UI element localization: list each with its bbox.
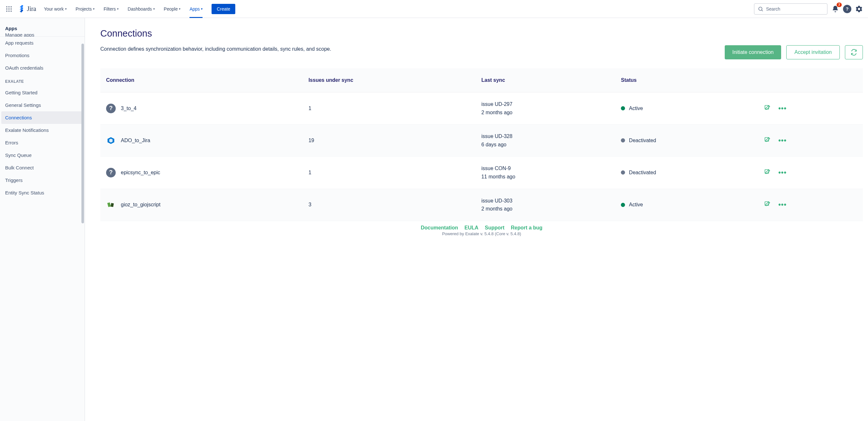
connection-name: gioz_to_giojscript [121,202,161,207]
sidebar-item-getting-started[interactable]: Getting Started [0,86,85,99]
create-button[interactable]: Create [212,4,235,14]
svg-point-7 [8,10,9,11]
footer-support[interactable]: Support [485,225,504,230]
more-button[interactable]: ••• [778,168,786,177]
last-sync-cell: issue UD-2972 months ago [482,100,610,116]
settings-button[interactable] [854,4,864,14]
jira-logo[interactable]: Jira [16,5,39,13]
issues-count: 19 [303,124,475,157]
page-actions: Initiate connection Accept invitation [725,45,863,59]
table-row: ADO_to_Jira 19 issue UD-3286 days ago De… [100,124,863,157]
col-last-sync: Last sync [476,68,615,92]
footer-version: Powered by Exalate v. 5.4.8 (Core v. 5.4… [100,231,863,237]
more-button[interactable]: ••• [778,104,786,113]
sidebar-item-oauth[interactable]: OAuth credentials [0,62,85,74]
gear-icon [855,5,863,13]
status-cell: Deactivated [621,138,753,143]
connection-cell: ?epicsync_to_epic [106,168,297,177]
nav-people[interactable]: People▾ [160,0,185,18]
sidebar-item-sync-queue[interactable]: Sync Queue [0,149,85,161]
topbar: Jira Your work▾ Projects▾ Filters▾ Dashb… [0,0,868,18]
connections-table: Connection Issues under sync Last sync S… [100,68,863,221]
sidebar: Apps Manage apps App requests Promotions… [0,18,85,421]
last-sync-time: 11 months ago [482,173,610,181]
chevron-down-icon: ▾ [93,7,95,10]
sidebar-item-connections[interactable]: Connections [1,111,83,124]
last-sync-time: 6 days ago [482,141,610,149]
sidebar-item-promotions[interactable]: Promotions [0,49,85,62]
chevron-down-icon: ▾ [117,7,119,10]
row-actions: ••• [764,104,857,113]
status-label: Active [629,202,643,207]
refresh-button[interactable] [845,45,863,59]
connection-name: 3_to_4 [121,106,136,111]
sidebar-item-entity-sync[interactable]: Entity Sync Status [0,187,85,199]
nav-your-work[interactable]: Your work▾ [40,0,70,18]
svg-point-4 [8,8,9,9]
chevron-down-icon: ▾ [65,7,67,10]
col-issues: Issues under sync [303,68,475,92]
sidebar-item-errors[interactable]: Errors [0,136,85,149]
page-title: Connections [100,28,863,39]
accept-invitation-button[interactable]: Accept invitation [786,45,840,59]
sidebar-item-manage-apps[interactable]: Manage apps [0,32,85,36]
row-actions: ••• [764,168,857,177]
notification-badge: 7 [837,3,842,7]
last-sync-cell: issue CON-911 months ago [482,164,610,181]
layout: Apps Manage apps App requests Promotions… [0,18,868,421]
more-button[interactable]: ••• [778,136,786,145]
topbar-right: 7 ? [754,3,864,15]
footer-links: Documentation EULA Support Report a bug [100,221,863,231]
status-dot [621,170,625,174]
svg-point-5 [10,8,11,9]
initiate-connection-button[interactable]: Initiate connection [725,45,781,59]
app-switcher-icon[interactable] [4,4,14,14]
table-row: ?3_to_4 1 issue UD-2972 months ago Activ… [100,92,863,124]
edit-button[interactable] [764,201,771,208]
footer-documentation[interactable]: Documentation [421,225,458,230]
sidebar-item-triggers[interactable]: Triggers [0,174,85,187]
connection-cell: gioz_to_giojscript [106,200,297,209]
svg-point-1 [8,6,9,7]
svg-point-2 [10,6,11,7]
chevron-down-icon: ▾ [201,7,203,10]
last-sync-issue: issue UD-297 [482,100,610,109]
chevron-down-icon: ▾ [179,7,181,10]
notifications-button[interactable]: 7 [830,4,840,14]
footer-report-bug[interactable]: Report a bug [511,225,542,230]
help-button[interactable]: ? [843,5,851,13]
last-sync-issue: issue UD-328 [482,132,610,141]
gioz-icon [106,200,116,209]
issues-count: 1 [303,157,475,189]
last-sync-time: 2 months ago [482,205,610,213]
last-sync-issue: issue UD-303 [482,197,610,205]
edit-button[interactable] [764,169,771,176]
svg-line-10 [762,10,763,11]
status-cell: Deactivated [621,170,753,175]
scrollbar[interactable] [82,44,84,223]
svg-point-6 [6,10,7,11]
ado-icon [106,136,116,145]
sidebar-item-app-requests[interactable]: App requests [0,36,85,49]
nav-dashboards[interactable]: Dashboards▾ [124,0,159,18]
edit-button[interactable] [764,105,771,112]
col-connection: Connection [100,68,303,92]
sidebar-item-general-settings[interactable]: General Settings [0,99,85,111]
nav-projects[interactable]: Projects▾ [72,0,99,18]
col-actions [758,68,863,92]
nav-filters[interactable]: Filters▾ [100,0,122,18]
more-button[interactable]: ••• [778,201,786,209]
sidebar-item-bulk-connect[interactable]: Bulk Connect [0,161,85,174]
search-input[interactable] [766,6,824,11]
edit-button[interactable] [764,137,771,144]
search-box[interactable] [754,3,828,15]
refresh-icon [851,49,857,56]
last-sync-issue: issue CON-9 [482,164,610,173]
table-row: ?epicsync_to_epic 1 issue CON-911 months… [100,157,863,189]
footer-eula[interactable]: EULA [464,225,478,230]
status-label: Deactivated [629,138,656,143]
nav-apps[interactable]: Apps▾ [186,0,207,18]
sidebar-item-notifications[interactable]: Exalate Notifications [0,124,85,136]
sidebar-section-exalate: EXALATE [0,74,85,86]
question-icon: ? [106,168,116,177]
